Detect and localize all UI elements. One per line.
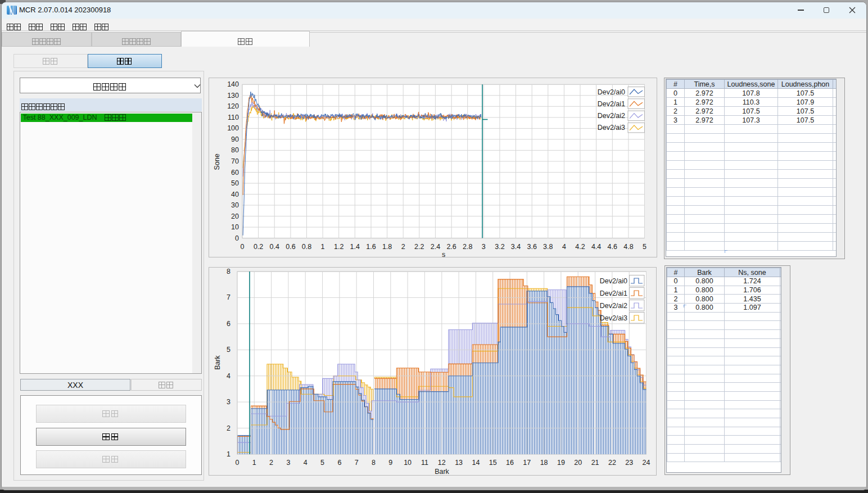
svg-text:2.4: 2.4 xyxy=(431,243,440,251)
svg-text:1.4: 1.4 xyxy=(350,243,360,251)
svg-text:14: 14 xyxy=(472,459,480,467)
svg-text:0.2: 0.2 xyxy=(254,243,263,251)
svg-text:Dev2/ai1: Dev2/ai1 xyxy=(600,290,627,297)
svg-text:15: 15 xyxy=(489,459,497,467)
svg-text:23: 23 xyxy=(625,459,633,467)
svg-text:Sone: Sone xyxy=(213,153,221,170)
svg-text:24: 24 xyxy=(643,459,650,467)
svg-text:5: 5 xyxy=(643,243,647,251)
svg-text:0: 0 xyxy=(235,234,239,242)
svg-text:3.8: 3.8 xyxy=(543,243,553,251)
svg-text:1: 1 xyxy=(321,243,325,251)
svg-text:3: 3 xyxy=(482,243,486,251)
svg-text:3: 3 xyxy=(286,459,290,467)
svg-text:Dev2/ai2: Dev2/ai2 xyxy=(600,302,627,310)
svg-text:50: 50 xyxy=(231,179,239,187)
svg-text:3.6: 3.6 xyxy=(527,243,537,251)
svg-text:4.4: 4.4 xyxy=(591,243,601,251)
svg-text:20: 20 xyxy=(231,212,239,220)
svg-text:2.2: 2.2 xyxy=(414,243,424,251)
svg-text:16: 16 xyxy=(506,459,514,467)
svg-text:3.4: 3.4 xyxy=(511,243,521,251)
svg-text:6: 6 xyxy=(227,320,230,328)
svg-text:Bark: Bark xyxy=(435,468,449,476)
svg-text:5: 5 xyxy=(320,459,324,467)
svg-text:11: 11 xyxy=(421,459,428,467)
svg-text:4.8: 4.8 xyxy=(623,243,633,251)
svg-text:2: 2 xyxy=(269,459,273,467)
svg-text:120: 120 xyxy=(227,102,239,110)
svg-text:21: 21 xyxy=(591,459,599,467)
svg-text:Dev2/ai3: Dev2/ai3 xyxy=(600,314,627,322)
svg-text:Dev2/ai1: Dev2/ai1 xyxy=(598,100,625,108)
svg-text:s: s xyxy=(442,251,445,257)
svg-text:0.4: 0.4 xyxy=(270,243,279,251)
svg-text:Dev2/ai0: Dev2/ai0 xyxy=(600,277,627,285)
svg-text:4.6: 4.6 xyxy=(608,243,617,251)
svg-text:Dev2/ai2: Dev2/ai2 xyxy=(598,112,625,120)
svg-text:130: 130 xyxy=(227,92,239,99)
svg-text:140: 140 xyxy=(227,80,239,88)
svg-text:12: 12 xyxy=(438,459,446,467)
svg-text:7: 7 xyxy=(227,293,230,301)
svg-text:19: 19 xyxy=(557,459,565,467)
svg-text:3.2: 3.2 xyxy=(495,243,504,251)
svg-text:6: 6 xyxy=(337,459,341,467)
svg-text:Dev2/ai3: Dev2/ai3 xyxy=(598,124,625,132)
svg-text:100: 100 xyxy=(227,124,239,132)
svg-text:10: 10 xyxy=(231,223,239,231)
svg-text:2: 2 xyxy=(227,424,230,432)
svg-text:0: 0 xyxy=(236,459,239,467)
svg-text:18: 18 xyxy=(540,459,548,467)
svg-text:30: 30 xyxy=(231,201,239,209)
svg-text:4: 4 xyxy=(304,459,308,467)
svg-text:2: 2 xyxy=(401,243,405,251)
svg-text:1: 1 xyxy=(252,459,256,467)
svg-text:10: 10 xyxy=(404,459,412,467)
svg-text:8: 8 xyxy=(227,268,230,275)
svg-text:4: 4 xyxy=(562,243,566,251)
svg-text:4: 4 xyxy=(227,372,230,380)
svg-text:Dev2/ai0: Dev2/ai0 xyxy=(598,88,625,96)
svg-text:0.6: 0.6 xyxy=(286,243,295,251)
svg-text:8: 8 xyxy=(372,459,376,467)
svg-text:1: 1 xyxy=(227,450,230,458)
svg-text:90: 90 xyxy=(231,135,239,143)
svg-text:110: 110 xyxy=(228,114,239,121)
svg-text:70: 70 xyxy=(231,157,239,165)
svg-text:3: 3 xyxy=(227,398,230,406)
svg-text:40: 40 xyxy=(231,191,239,198)
svg-text:9: 9 xyxy=(388,459,392,467)
svg-text:60: 60 xyxy=(231,169,239,177)
svg-text:7: 7 xyxy=(355,459,359,467)
svg-text:13: 13 xyxy=(455,459,463,467)
svg-text:2.8: 2.8 xyxy=(463,243,472,251)
svg-text:0: 0 xyxy=(241,243,245,251)
svg-text:Bark: Bark xyxy=(214,355,221,369)
svg-text:17: 17 xyxy=(523,459,531,467)
svg-text:22: 22 xyxy=(608,459,616,467)
svg-text:1.8: 1.8 xyxy=(382,243,392,251)
svg-text:1.6: 1.6 xyxy=(366,243,376,251)
svg-text:5: 5 xyxy=(227,346,230,354)
svg-text:2.6: 2.6 xyxy=(446,243,456,251)
svg-text:4.2: 4.2 xyxy=(575,243,585,251)
svg-text:20: 20 xyxy=(574,459,582,467)
svg-text:1.2: 1.2 xyxy=(334,243,343,251)
svg-text:0.8: 0.8 xyxy=(302,243,311,251)
svg-text:80: 80 xyxy=(231,146,239,154)
